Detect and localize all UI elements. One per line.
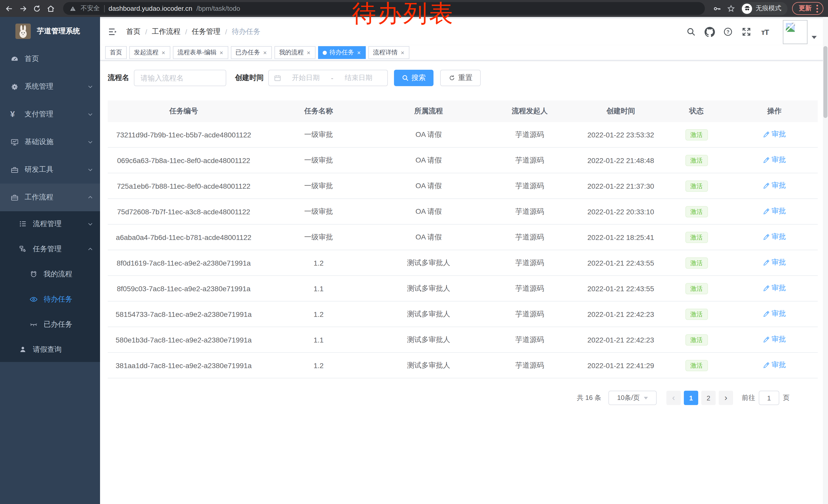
chevron-down-icon [87, 167, 93, 173]
approve-link[interactable]: 审批 [763, 207, 786, 216]
table-row: a6aba0a4-7b6d-11ec-b781-acde48001122一级审批… [108, 224, 818, 250]
back-icon[interactable] [5, 4, 14, 13]
github-icon[interactable] [704, 26, 715, 37]
home-icon[interactable] [46, 4, 55, 13]
sidebar-item-2[interactable]: ¥支付管理 [0, 100, 100, 128]
cell-action: 审批 [731, 327, 818, 353]
close-icon[interactable]: × [219, 49, 224, 56]
tab-1[interactable]: 发起流程× [129, 46, 170, 59]
tab-3[interactable]: 已办任务× [231, 46, 272, 59]
approve-link[interactable]: 审批 [763, 181, 786, 190]
sidebar-item-11[interactable]: 请假查询 [0, 337, 100, 362]
approve-link[interactable]: 审批 [763, 335, 786, 344]
tab-label: 流程表单-编辑 [177, 48, 216, 57]
forward-icon[interactable] [18, 4, 28, 13]
sidebar-item-8[interactable]: 我的流程 [0, 262, 100, 287]
approve-link[interactable]: 审批 [763, 310, 786, 319]
update-label[interactable]: 更新 [799, 4, 812, 13]
close-icon[interactable]: × [306, 49, 311, 56]
sidebar-item-10[interactable]: 已办任务 [0, 312, 100, 337]
url-host[interactable]: dashboard.yudao.iocoder.cn [109, 5, 192, 12]
refresh-icon [448, 74, 456, 82]
sidebar-item-5[interactable]: 工作流程 [0, 184, 100, 211]
breadcrumb-task-mgmt[interactable]: 任务管理 [192, 27, 220, 36]
incognito-icon [742, 3, 752, 13]
process-name-input[interactable] [134, 70, 226, 86]
search-icon[interactable] [686, 26, 697, 37]
font-size-icon[interactable]: ᴛT [759, 26, 771, 37]
approve-link[interactable]: 审批 [763, 361, 786, 370]
incognito-label: 无痕模式 [756, 4, 781, 13]
cell-action: 审批 [731, 224, 818, 250]
tab-0[interactable]: 首页 [105, 46, 127, 59]
start-date-placeholder[interactable]: 开始日期 [282, 73, 330, 83]
page-size-select[interactable]: 10条/页 [609, 391, 657, 405]
tab-2[interactable]: 流程表单-编辑× [173, 46, 228, 59]
sidebar-item-9[interactable]: 待办任务 [0, 287, 100, 312]
tab-5[interactable]: 待办任务× [318, 46, 366, 59]
close-icon[interactable]: × [400, 49, 405, 56]
column-header: 任务编号 [108, 100, 259, 122]
address-bar[interactable]: 不安全 dashboard.yudao.iocoder.cn/bpm/task/… [63, 2, 705, 15]
tab-label: 流程详情 [373, 48, 398, 57]
fullscreen-icon[interactable] [741, 26, 752, 37]
approve-link[interactable]: 审批 [763, 284, 786, 293]
close-icon[interactable]: × [263, 49, 267, 56]
tab-label: 首页 [110, 48, 122, 57]
close-icon[interactable]: × [357, 49, 361, 56]
url-path[interactable]: /bpm/task/todo [197, 5, 240, 12]
column-header: 操作 [731, 100, 818, 122]
breadcrumb-home[interactable]: 首页 [126, 27, 140, 36]
cell-process: 测试多审批人 [378, 353, 480, 378]
cell-starter: 芋道源码 [480, 224, 580, 250]
search-button[interactable]: 搜索 [394, 70, 433, 86]
approve-link[interactable]: 审批 [763, 130, 786, 139]
breadcrumb-separator: / [145, 28, 147, 36]
sidebar-item-label: 首页 [25, 54, 39, 63]
security-warning-icon[interactable] [69, 5, 76, 12]
table-row: 580e1b3d-7ac8-11ec-a9e2-a2380e71991a1.1测… [108, 327, 818, 353]
reset-button[interactable]: 重置 [440, 70, 481, 86]
chevron-down-icon [87, 221, 93, 227]
bookmark-star-icon[interactable] [727, 4, 736, 13]
page-button-2[interactable]: 2 [701, 391, 716, 405]
sidebar-item-4[interactable]: 研发工具 [0, 156, 100, 184]
sidebar-item-0[interactable]: 首页 [0, 45, 100, 73]
cell-action: 审批 [731, 122, 818, 147]
sidebar-item-3[interactable]: 基础设施 [0, 128, 100, 156]
approve-link[interactable]: 审批 [763, 232, 786, 242]
avatar-dropdown-caret[interactable] [812, 36, 817, 39]
tab-label: 我的流程 [279, 48, 304, 57]
collapse-sidebar-icon[interactable] [108, 27, 118, 37]
table-row: 73211d9d-7b9b-11ec-b5b7-acde48001122一级审批… [108, 122, 818, 147]
sidebar-item-7[interactable]: 任务管理 [0, 236, 100, 262]
key-icon[interactable] [713, 4, 722, 13]
date-range-picker[interactable]: 开始日期 - 结束日期 [268, 70, 388, 86]
update-button[interactable]: 更新 [792, 2, 823, 15]
scrollbar-thumb[interactable] [823, 46, 827, 118]
approve-link[interactable]: 审批 [763, 155, 786, 165]
logo-rabbit-icon [15, 23, 31, 39]
approve-link[interactable]: 审批 [763, 258, 786, 267]
tab-4[interactable]: 我的流程× [275, 46, 316, 59]
prev-page-button[interactable]: ‹ [666, 391, 681, 405]
sidebar-item-6[interactable]: 流程管理 [0, 211, 100, 236]
reload-icon[interactable] [32, 4, 42, 13]
cell-starter: 芋道源码 [480, 250, 580, 276]
sidebar-item-1[interactable]: 系统管理 [0, 73, 100, 100]
table-row: 58154733-7ac8-11ec-a9e2-a2380e71991a1.2测… [108, 301, 818, 327]
table-row: 8f0d1619-7ac8-11ec-a9e2-a2380e71991a1.2测… [108, 250, 818, 276]
help-icon[interactable]: ? [722, 26, 734, 37]
app-logo[interactable]: 芋道管理系统 [0, 17, 100, 45]
pencil-icon [763, 285, 770, 292]
next-page-button[interactable]: › [719, 391, 733, 405]
user-avatar[interactable] [783, 20, 808, 44]
close-icon[interactable]: × [161, 49, 166, 56]
breadcrumb-workflow[interactable]: 工作流程 [152, 27, 180, 36]
sidebar-item-label: 基础设施 [25, 137, 53, 147]
goto-page-input[interactable] [759, 391, 779, 405]
security-label[interactable]: 不安全 [81, 4, 100, 13]
page-button-1[interactable]: 1 [684, 391, 698, 405]
tab-6[interactable]: 流程详情× [368, 46, 409, 59]
end-date-placeholder[interactable]: 结束日期 [334, 73, 383, 83]
